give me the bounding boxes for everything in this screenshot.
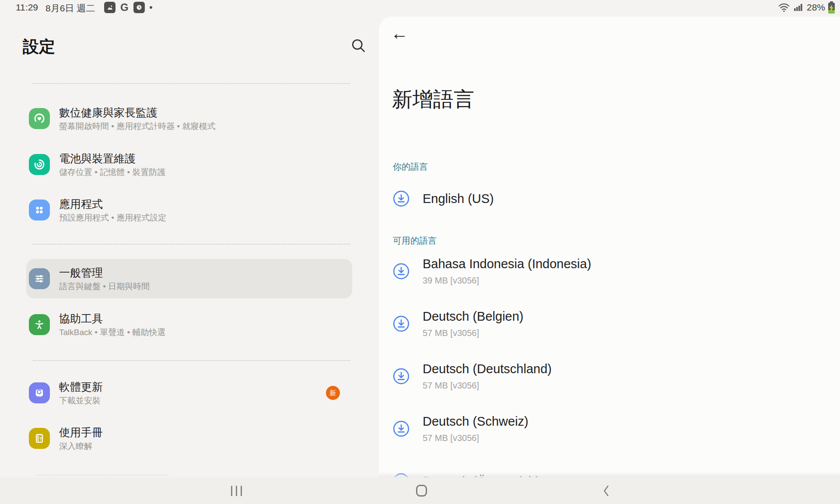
- language-row-deutsch-belgien[interactable]: Deutsch (Belgien) 57 MB [v3056]: [393, 298, 827, 350]
- item-title: 軟體更新: [59, 380, 103, 394]
- divider: [37, 475, 168, 476]
- download-icon[interactable]: [393, 315, 410, 332]
- download-icon[interactable]: [393, 420, 410, 437]
- battery-percent: 28%: [807, 2, 825, 13]
- recents-icon[interactable]: [210, 477, 262, 504]
- language-row-deutsch-deutschland[interactable]: Deutsch (Deutschland) 57 MB [v3056]: [393, 350, 827, 402]
- item-title: 應用程式: [59, 197, 166, 211]
- item-subtitle: TalkBack • 單聲道 • 輔助快選: [59, 326, 165, 338]
- status-indicators: 28%: [778, 1, 835, 14]
- language-size: 57 MB [v3056]: [423, 432, 528, 444]
- language-name: Deutsch (Deutschland): [423, 361, 552, 377]
- language-row-bahasa-indonesia[interactable]: Bahasa Indonesia (Indonesia) 39 MB [v305…: [393, 245, 827, 298]
- status-bar: 11:29 8月6日 週二 G: [0, 0, 840, 16]
- sidebar-item-digital-wellbeing[interactable]: 數位健康與家長監護 螢幕開啟時間 • 應用程式計時器 • 就寢模式: [26, 102, 352, 135]
- sidebar-item-software-update[interactable]: 軟體更新 下載並安裝 新: [26, 376, 352, 410]
- software-update-icon: [29, 382, 50, 403]
- item-title: 數位健康與家長監護: [59, 105, 215, 120]
- item-subtitle: 下載並安裝: [59, 395, 103, 406]
- item-subtitle: 深入瞭解: [59, 440, 103, 452]
- divider: [33, 83, 350, 84]
- apps-icon: [29, 200, 50, 220]
- download-icon[interactable]: [393, 263, 410, 280]
- photos-icon: [104, 2, 116, 13]
- section-header-your-language: 你的語言: [393, 161, 428, 173]
- screen: 11:29 8月6日 週二 G: [0, 0, 840, 504]
- download-icon[interactable]: [393, 368, 410, 385]
- item-subtitle: 預設應用程式 • 應用程式設定: [59, 212, 166, 224]
- divider: [33, 244, 350, 245]
- language-size: 57 MB [v3056]: [423, 379, 552, 392]
- clock-time: 11:29: [16, 2, 38, 13]
- item-title: 電池與裝置維護: [59, 151, 165, 166]
- language-name: Deutsch (Belgien): [423, 308, 524, 325]
- language-name: Deutsch (Österreich): [423, 473, 540, 478]
- language-row-deutsch-oesterreich[interactable]: Deutsch (Österreich): [393, 455, 827, 477]
- back-arrow-icon[interactable]: ←: [391, 24, 408, 42]
- item-subtitle: 語言與鍵盤 • 日期與時間: [59, 280, 150, 292]
- sidebar-item-accessibility[interactable]: 協助工具 TalkBack • 單聲道 • 輔助快選: [26, 308, 352, 341]
- language-size: 57 MB [v3056]: [423, 327, 524, 339]
- sidebar-item-apps[interactable]: 應用程式 預設應用程式 • 應用程式設定: [26, 193, 352, 227]
- item-title: 一般管理: [59, 266, 150, 280]
- user-manual-icon: ?: [29, 428, 50, 449]
- item-subtitle: 螢幕開啟時間 • 應用程式計時器 • 就寢模式: [59, 120, 215, 132]
- accessibility-icon: [29, 314, 50, 335]
- language-name: English (US): [423, 191, 494, 207]
- device-care-icon: [29, 154, 50, 175]
- language-row-deutsch-schweiz[interactable]: Deutsch (Schweiz) 57 MB [v3056]: [393, 402, 827, 455]
- item-subtitle: 儲存位置 • 記憶體 • 裝置防護: [59, 166, 165, 178]
- google-g-icon: G: [120, 2, 129, 13]
- download-icon[interactable]: [393, 473, 410, 477]
- new-badge: 新: [326, 386, 340, 400]
- language-name: Bahasa Indonesia (Indonesia): [423, 256, 591, 272]
- wifi-icon: [778, 1, 790, 14]
- home-icon[interactable]: [395, 477, 448, 504]
- signal-icon: [793, 2, 804, 13]
- language-size: 39 MB [v3056]: [423, 274, 591, 287]
- back-icon[interactable]: [580, 477, 632, 504]
- sidebar-item-user-manual[interactable]: ? 使用手冊 深入瞭解: [26, 422, 352, 455]
- notification-icons: G: [104, 2, 152, 13]
- add-language-panel: ← 新增語言 你的語言 English (US) 可用的語言: [379, 17, 840, 477]
- general-management-icon: [29, 268, 50, 289]
- item-title: 協助工具: [59, 312, 165, 326]
- item-title: 使用手冊: [59, 425, 103, 440]
- device-clock-icon: [133, 2, 145, 13]
- svg-text:?: ?: [39, 436, 42, 441]
- download-icon[interactable]: [393, 190, 410, 207]
- battery-icon: [828, 1, 835, 14]
- navigation-bar: [0, 477, 840, 504]
- language-name: Deutsch (Schweiz): [423, 413, 528, 430]
- status-date: 8月6日 週二: [46, 2, 95, 14]
- detail-title: 新增語言: [392, 86, 474, 113]
- digital-wellbeing-icon: [29, 108, 50, 129]
- divider: [33, 360, 350, 361]
- sidebar-item-general-management[interactable]: 一般管理 語言與鍵盤 • 日期與時間: [26, 259, 352, 298]
- more-notifications-dot: [150, 6, 152, 9]
- sidebar-item-battery-device-care[interactable]: 電池與裝置維護 儲存位置 • 記憶體 • 裝置防護: [26, 148, 352, 181]
- search-icon[interactable]: [350, 38, 366, 53]
- page-title: 設定: [23, 36, 55, 58]
- language-row-english-us[interactable]: English (US): [393, 182, 827, 215]
